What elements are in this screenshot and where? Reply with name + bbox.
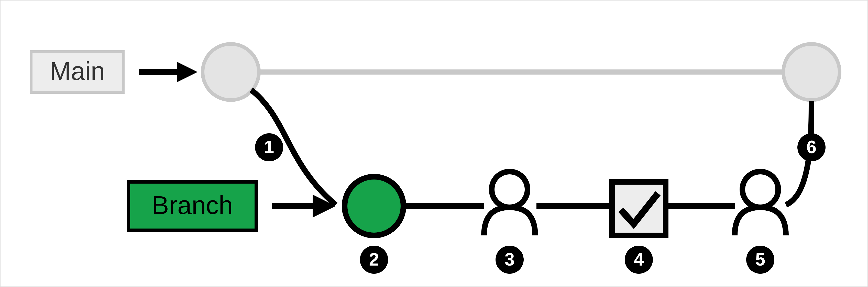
- svg-text:4: 4: [634, 249, 644, 270]
- svg-rect-7: [612, 182, 665, 236]
- main-arrow: [138, 62, 197, 82]
- step-badge-4: 4: [625, 246, 653, 274]
- step-badge-1: 1: [255, 133, 283, 162]
- svg-text:3: 3: [505, 249, 515, 270]
- svg-point-6: [492, 172, 527, 207]
- step-badge-5: 5: [746, 246, 774, 274]
- branch-label-box: Branch: [128, 182, 256, 230]
- person-icon-1: [484, 172, 535, 236]
- branch-commit-node: [345, 177, 403, 236]
- main-label-text: Main: [50, 57, 105, 85]
- branch-label-text: Branch: [152, 191, 233, 219]
- step-badge-3: 3: [496, 246, 524, 274]
- svg-text:5: 5: [755, 249, 766, 270]
- svg-text:6: 6: [807, 137, 816, 157]
- step-badge-6: 6: [797, 133, 826, 162]
- git-flow-diagram: Main Branch: [1, 1, 868, 287]
- main-merge-node: [783, 44, 840, 100]
- main-label-box: Main: [31, 51, 123, 93]
- person-icon-2: [735, 172, 786, 236]
- diagram-frame: Main Branch: [0, 0, 868, 287]
- svg-point-8: [742, 172, 778, 207]
- svg-marker-2: [177, 62, 197, 82]
- step-badge-2: 2: [360, 246, 388, 274]
- svg-text:1: 1: [264, 137, 274, 157]
- svg-text:2: 2: [369, 249, 379, 270]
- checkbox-icon: [612, 182, 665, 236]
